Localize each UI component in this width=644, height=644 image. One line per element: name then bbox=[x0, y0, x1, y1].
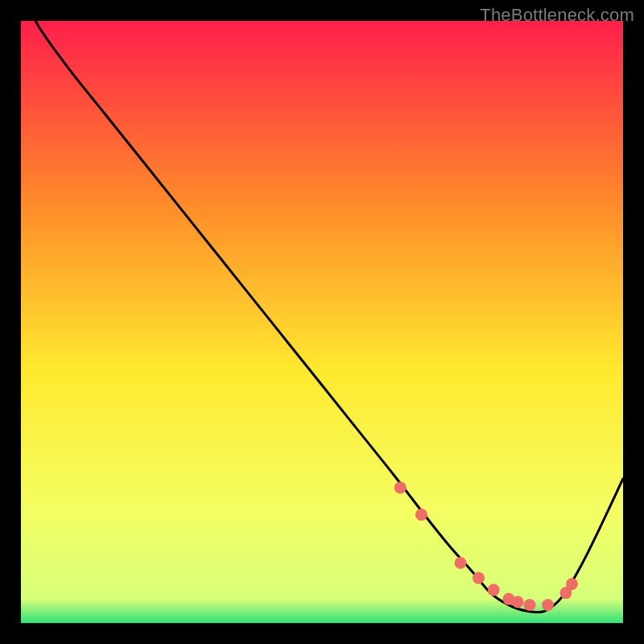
data-point-marker bbox=[415, 509, 427, 521]
data-point-marker bbox=[524, 599, 536, 611]
data-point-marker bbox=[455, 557, 467, 569]
chart-root: TheBottleneck.com bbox=[0, 0, 644, 644]
data-point-marker bbox=[542, 599, 554, 611]
gradient-background bbox=[21, 21, 623, 623]
data-point-marker bbox=[566, 578, 578, 590]
data-point-marker bbox=[394, 481, 407, 493]
data-point-marker bbox=[488, 584, 500, 596]
chart-svg bbox=[21, 21, 623, 623]
data-point-marker bbox=[473, 572, 485, 584]
watermark-text: TheBottleneck.com bbox=[480, 5, 634, 26]
plot-area bbox=[21, 21, 623, 623]
data-point-marker bbox=[512, 596, 524, 608]
